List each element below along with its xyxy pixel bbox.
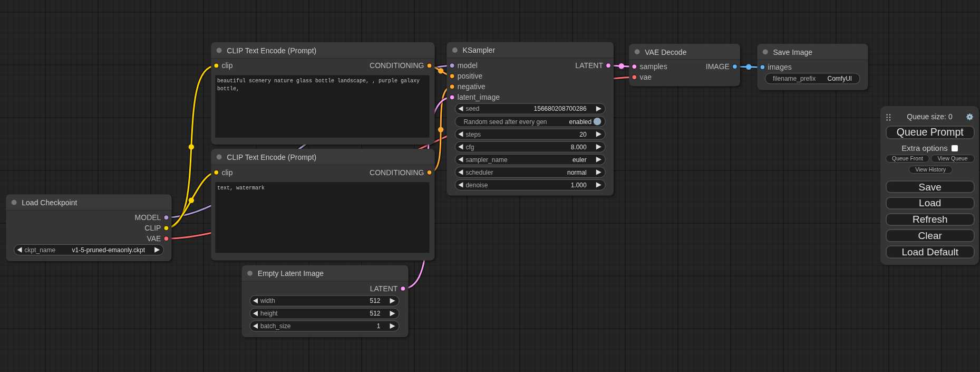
svg-text:latent_image: latent_image: [458, 93, 500, 101]
svg-text:batch_size: batch_size: [260, 322, 291, 330]
svg-text:positive: positive: [458, 72, 483, 80]
svg-text:IMAGE: IMAGE: [706, 62, 730, 71]
svg-text:156680208700286: 156680208700286: [534, 105, 587, 112]
svg-text:CLIP: CLIP: [144, 224, 161, 232]
svg-text:CONDITIONING: CONDITIONING: [370, 168, 424, 177]
svg-text:beautiful scenery nature glass: beautiful scenery nature glass bottle la…: [217, 78, 420, 84]
svg-text:images: images: [768, 63, 792, 71]
svg-text:Load Checkpoint: Load Checkpoint: [22, 198, 77, 207]
svg-text:negative: negative: [458, 82, 486, 91]
svg-text:cfg: cfg: [465, 144, 474, 151]
svg-text:1: 1: [377, 322, 381, 330]
svg-text:clip: clip: [222, 61, 233, 70]
svg-text:vae: vae: [640, 73, 652, 81]
svg-text:8.000: 8.000: [571, 144, 587, 151]
svg-text:ckpt_name: ckpt_name: [25, 246, 56, 254]
svg-text:clip: clip: [222, 168, 233, 177]
svg-text:normal: normal: [567, 169, 587, 176]
svg-text:filename_prefix: filename_prefix: [773, 75, 816, 82]
svg-text:v1-5-pruned-emaonly.ckpt: v1-5-pruned-emaonly.ckpt: [72, 246, 145, 254]
svg-text:CLIP Text Encode (Prompt): CLIP Text Encode (Prompt): [227, 46, 316, 55]
svg-text:Random seed after every gen: Random seed after every gen: [463, 118, 547, 126]
svg-text:VAE Decode: VAE Decode: [645, 48, 686, 56]
svg-text:512: 512: [370, 310, 380, 317]
svg-text:seed: seed: [465, 105, 479, 112]
svg-text:VAE: VAE: [147, 234, 161, 243]
svg-text:height: height: [260, 310, 278, 317]
svg-text:Save Image: Save Image: [773, 48, 812, 56]
svg-text:text, watermark: text, watermark: [217, 185, 265, 191]
svg-text:samples: samples: [640, 62, 667, 71]
svg-text:LATENT: LATENT: [575, 61, 603, 70]
svg-text:512: 512: [370, 297, 380, 304]
svg-text:euler: euler: [573, 156, 587, 164]
svg-text:model: model: [458, 61, 478, 70]
svg-text:sampler_name: sampler_name: [465, 156, 508, 164]
svg-text:LATENT: LATENT: [370, 284, 398, 293]
svg-text:20: 20: [579, 131, 587, 138]
svg-text:scheduler: scheduler: [465, 169, 493, 176]
svg-text:steps: steps: [465, 131, 481, 138]
svg-text:denoise: denoise: [465, 182, 488, 189]
svg-text:CONDITIONING: CONDITIONING: [370, 61, 424, 70]
svg-text:Empty Latent Image: Empty Latent Image: [258, 269, 324, 278]
svg-text:width: width: [260, 297, 275, 304]
svg-text:ComfyUI: ComfyUI: [828, 75, 852, 82]
svg-text:bottle,: bottle,: [217, 86, 239, 92]
svg-text:CLIP Text Encode (Prompt): CLIP Text Encode (Prompt): [227, 153, 316, 161]
svg-text:KSampler: KSampler: [463, 46, 496, 54]
svg-text:enabled: enabled: [569, 118, 591, 126]
svg-text:MODEL: MODEL: [135, 213, 161, 222]
svg-text:1.000: 1.000: [571, 182, 587, 189]
